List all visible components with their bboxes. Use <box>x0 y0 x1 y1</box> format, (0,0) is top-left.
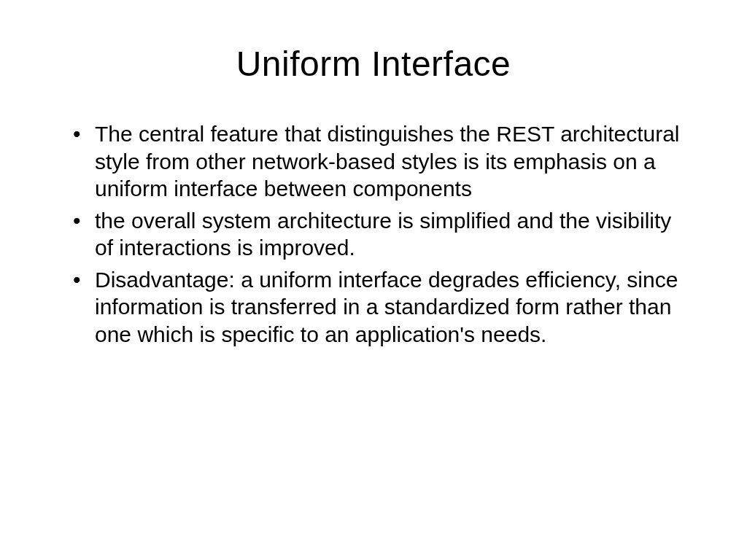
bullet-item: Disadvantage: a uniform interface degrad… <box>66 266 681 349</box>
slide-title: Uniform Interface <box>66 44 681 84</box>
bullet-list: The central feature that distinguishes t… <box>66 120 681 348</box>
slide-container: Uniform Interface The central feature th… <box>0 0 747 560</box>
bullet-item: The central feature that distinguishes t… <box>66 120 681 203</box>
bullet-item: the overall system architecture is simpl… <box>66 207 681 262</box>
